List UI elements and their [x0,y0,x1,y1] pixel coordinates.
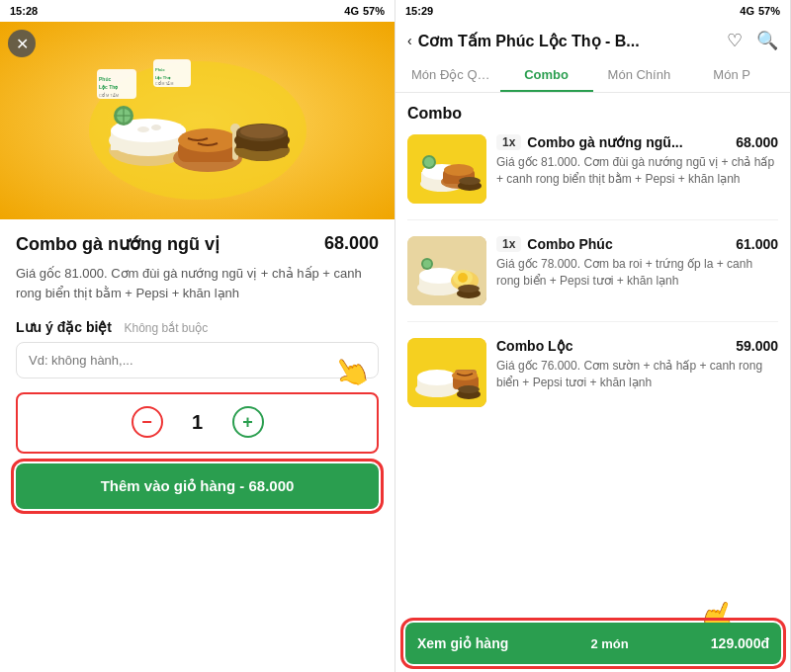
svg-point-48 [458,285,480,293]
left-status-right: 4G 57% [344,5,385,17]
item-name: Combo gà nướng ngũ vị [16,233,314,256]
svg-text:Phúc: Phúc [155,67,166,72]
right-status-bar: 15:29 4G 57% [396,0,790,22]
svg-point-46 [458,273,468,283]
svg-point-6 [151,125,161,130]
combo-qty-title-1: 1x Combo gà nướng ngũ... 68.000 [496,134,778,150]
left-battery: 57% [363,5,385,17]
note-input-wrapper: 👆 [16,336,379,378]
combo-name-2: Combo Phúc [527,236,730,252]
combo-info-2: 1x Combo Phúc 61.000 Giá gốc 78.000. Cơm… [496,236,778,290]
special-note-input[interactable] [16,342,379,378]
close-button[interactable]: ✕ [8,30,36,57]
right-content-area: Combo [396,93,790,672]
top-bar: ‹ Cơm Tấm Phúc Lộc Thọ - B... ♡ 🔍 [407,30,778,59]
left-content-area: Combo gà nướng ngũ vị 68.000 Giá gốc 81.… [0,219,395,672]
combo-info-1: 1x Combo gà nướng ngũ... 68.000 Giá gốc … [496,134,778,188]
combo-desc-3: Giá gốc 76.000. Cơm sườn + chả hấp + can… [496,358,778,391]
food-illustration: Phúc Lộc Thọ CƠM TẤM Phúc Lộc Thọ CƠM TẤ… [0,22,395,219]
combo-info-3: Combo Lộc 59.000 Giá gốc 76.000. Cơm sườ… [496,338,778,391]
favorite-button[interactable]: ♡ [727,30,743,51]
svg-point-39 [459,177,481,185]
tab-combo[interactable]: Combo [500,59,593,92]
special-note-label: Lưu ý đặc biệt [16,319,112,335]
cart-btn-label: Xem giỏ hàng [417,635,508,651]
special-note-header: Lưu ý đặc biệt Không bắt buộc [16,318,379,336]
header-icons: ♡ 🔍 [727,30,778,51]
special-note-section: Lưu ý đặc biệt Không bắt buộc 👆 [16,318,379,378]
quantity-increase-button[interactable]: + [232,406,264,438]
restaurant-name: Cơm Tấm Phúc Lộc Thọ - B... [418,32,727,50]
svg-point-59 [458,385,480,393]
combo-name-1: Combo gà nướng ngũ... [527,134,730,150]
menu-tabs: Món Độc Quán Q... Combo Món Chính Món P [407,59,778,92]
combo-name-3: Combo Lộc [496,338,730,354]
heart-icon: ♡ [727,31,743,50]
combo-item-3[interactable]: Combo Lộc 59.000 Giá gốc 76.000. Cơm sườ… [407,338,778,423]
svg-point-35 [444,164,474,176]
search-button[interactable]: 🔍 [756,30,778,51]
cart-total-price: 129.000đ [711,635,769,651]
combo-qty-title-2: 1x Combo Phúc 61.000 [496,236,778,252]
combo-item-1[interactable]: 1x Combo gà nướng ngũ... 68.000 Giá gốc … [407,134,778,220]
combo-thumb-3 [407,338,486,407]
svg-text:CƠM TẤM: CƠM TẤM [99,92,119,98]
combo-section-heading: Combo [407,105,778,123]
plus-label: + [242,412,253,433]
search-icon: 🔍 [756,31,778,50]
quantity-value: 1 [183,411,213,434]
left-status-bar: 15:28 4G 57% [0,0,395,22]
right-time: 15:29 [405,5,433,17]
left-panel: 15:28 4G 57% [0,0,396,672]
tab-mon-chinh[interactable]: Món Chính [593,59,686,92]
item-description: Giá gốc 81.000. Cơm đùi gà nướng ngũ vị … [16,264,379,302]
add-to-cart-button[interactable]: Thêm vào giỏ hàng - 68.000 [16,463,379,509]
cart-item-count: 2 món [590,636,628,651]
combo-qty-1: 1x [496,134,521,150]
svg-text:Phúc: Phúc [99,76,111,82]
svg-point-50 [423,260,431,268]
view-cart-btn-inner: Xem giỏ hàng 2 món 129.000đ [417,635,769,651]
svg-point-37 [424,157,434,167]
combo-item-2[interactable]: 1x Combo Phúc 61.000 Giá gốc 78.000. Cơm… [407,236,778,322]
tab-mon-doc-quan[interactable]: Món Độc Quán Q... [407,59,500,92]
left-time: 15:28 [10,5,38,17]
combo-price-1: 68.000 [736,134,778,150]
svg-point-20 [240,125,284,138]
svg-point-54 [417,370,457,385]
item-title-row: Combo gà nướng ngũ vị 68.000 [16,233,379,256]
svg-point-5 [137,126,149,132]
right-panel: 15:29 4G 57% ‹ Cơm Tấm Phúc Lộc Thọ - B.… [396,0,791,672]
combo-thumb-1 [407,134,486,204]
view-cart-button[interactable]: Xem giỏ hàng 2 món 129.000đ [405,623,781,664]
quantity-decrease-button[interactable]: − [132,406,163,438]
right-signal: 4G [740,5,754,17]
combo-thumb-2 [407,236,486,305]
back-chevron: ‹ [407,33,412,48]
combo-qty-title-3: Combo Lộc 59.000 [496,338,778,354]
svg-text:Lộc Thọ: Lộc Thọ [99,84,118,90]
right-status-right: 4G 57% [740,5,780,17]
quantity-control: − 1 + [16,392,379,454]
combo-price-2: 61.000 [736,236,778,252]
right-header: ‹ Cơm Tấm Phúc Lộc Thọ - B... ♡ 🔍 Món Độ… [396,22,790,93]
tab-mon-p[interactable]: Món P [685,59,778,92]
hero-image-area: Phúc Lộc Thọ CƠM TẤM Phúc Lộc Thọ CƠM TẤ… [0,22,395,219]
svg-text:Lộc Thọ: Lộc Thọ [155,75,171,80]
minus-label: − [141,412,152,433]
special-note-optional: Không bắt buộc [124,321,208,335]
svg-point-9 [178,128,237,152]
left-signal: 4G [344,5,359,17]
combo-price-3: 59.000 [736,338,778,354]
item-price: 68.000 [324,233,379,254]
combo-desc-2: Giá gốc 78.000. Cơm ba roi + trứng ốp la… [496,256,778,290]
combo-desc-1: Giá gốc 81.000. Cơm đùi gà nướng ngũ vị … [496,154,778,188]
combo-qty-2: 1x [496,236,521,252]
right-battery: 57% [758,5,780,17]
back-button[interactable]: ‹ [407,33,412,48]
